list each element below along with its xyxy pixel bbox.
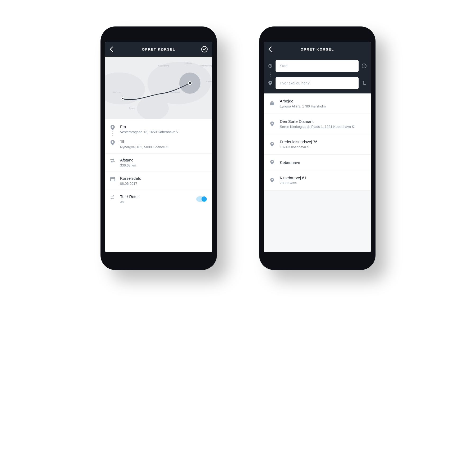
origin-pin-icon [121,97,124,100]
roundtrip-label: Tur / Retur [120,194,192,199]
pin-icon [269,122,275,126]
pin-icon [269,178,275,183]
suggestion-row[interactable]: ArbejdeLyngsø Allé 3, 1780 Hørsholm [264,93,371,114]
date-label: Kørselsdato [120,176,207,181]
trip-details-list: Fra Vesterbrogade 13, 1650 København V T… [105,119,212,252]
roundtrip-value: Ja [120,200,192,204]
roundtrip-toggle[interactable] [196,196,207,202]
from-address: Vesterbrogade 13, 1650 København V [120,130,178,134]
suggestion-row[interactable]: Frederikssundsvej 761324 København S [264,134,371,155]
from-to-section: Fra Vesterbrogade 13, 1650 København V T… [105,119,212,154]
plus-circle-icon [361,63,367,69]
date-value: 08.06.2017 [120,182,207,186]
app-header: OPRET KØRSEL [105,42,212,57]
suggestion-row[interactable]: København [264,155,371,170]
svg-rect-1 [111,177,115,181]
phone-right: OPRET KØRSEL [259,26,376,270]
destination-marker-icon [268,81,273,86]
swap-vertical-icon [362,80,367,86]
suggestion-subtitle: Lyngsø Allé 3, 1780 Hørsholm [280,104,326,108]
route-input-panel [264,57,371,93]
calendar-icon [109,176,116,181]
suggestion-subtitle: 7800 Skive [280,181,306,185]
from-label: Fra [120,124,178,129]
swap-route-button[interactable] [361,80,367,86]
pin-icon [269,142,275,147]
suggestion-title: København [280,160,300,165]
phone-left: OPRET KØRSEL Kalundborg Holbæk Helsingbo… [100,26,217,270]
distance-row: Afstand 336,68 km [105,154,212,172]
page-title: OPRET KØRSEL [105,47,212,51]
screen: OPRET KØRSEL Kalundborg Holbæk Helsingbo… [105,42,212,252]
suggestion-row[interactable]: Kirsebærvej 617800 Skive [264,170,371,191]
to-address: Nyborgvej 102, 5090 Odence C [120,145,168,149]
route-map[interactable]: Kalundborg Holbæk Helsingborg Sjælland O… [105,57,212,119]
suggestion-title: Den Sorte Diamant [280,119,354,124]
to-label: Til [120,140,168,144]
suggestions-list: ArbejdeLyngsø Allé 3, 1780 HørsholmDen S… [264,93,371,252]
from-row[interactable]: Fra Vesterbrogade 13, 1650 København V [109,124,207,137]
screen: OPRET KØRSEL [264,42,371,252]
date-row[interactable]: Kørselsdato 08.06.2017 [105,172,212,190]
start-input[interactable] [276,60,359,72]
svg-rect-11 [271,102,273,103]
distance-value: 336,68 km [120,163,207,167]
app-header: OPRET KØRSEL [264,42,371,57]
briefcase-icon [269,101,275,106]
pin-icon [111,125,115,130]
suggestion-title: Frederikssundsvej 76 [280,140,318,144]
page-title: OPRET KØRSEL [264,47,371,51]
suggestion-subtitle: Søren Kierkegaards Plads 1, 1221 Københa… [280,125,354,129]
swap-icon [109,194,116,200]
suggestion-subtitle: 1324 København S [280,145,318,149]
add-stop-button[interactable] [361,63,367,69]
pin-icon [111,140,115,145]
svg-point-6 [270,65,271,66]
route-connector-dots [268,73,273,76]
distance-icon [109,158,116,163]
roundtrip-row: Tur / Retur Ja [105,190,212,208]
to-row[interactable]: Til Nyborgvej 102, 5090 Odence C [109,140,207,149]
suggestion-title: Kirsebærvej 61 [280,176,306,180]
distance-label: Afstand [120,158,207,162]
suggestion-title: Arbejde [280,99,326,103]
pin-icon [269,160,275,165]
destination-pin-icon [188,81,192,85]
suggestion-row[interactable]: Den Sorte DiamantSøren Kierkegaards Plad… [264,114,371,134]
origin-marker-icon [268,64,273,68]
destination-input[interactable] [276,77,359,89]
